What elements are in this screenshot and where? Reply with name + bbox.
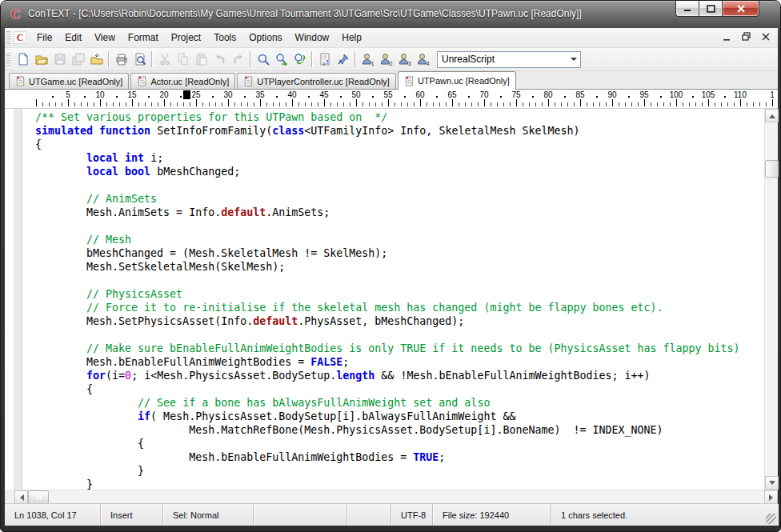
svg-text:1: 1 xyxy=(370,60,374,66)
open-file-icon xyxy=(35,53,48,66)
code-line: // AnimSets xyxy=(35,193,764,206)
user-command-2-button[interactable]: 2 xyxy=(377,50,395,69)
menu-view[interactable]: View xyxy=(88,30,122,46)
scroll-left-button[interactable] xyxy=(14,490,28,504)
toolbar-separator xyxy=(354,51,356,67)
user-command-1-icon: 1 xyxy=(362,53,374,66)
ruler-number: 10 xyxy=(95,90,104,99)
tab-actor[interactable]: Actor.uc [ReadOnly] xyxy=(130,73,235,89)
ruler-dot xyxy=(180,96,182,98)
mdi-restore-icon xyxy=(741,31,752,42)
tab-bar: UTGame.uc [ReadOnly]Actor.uc [ReadOnly]U… xyxy=(5,71,778,90)
mdi-restore-button[interactable] xyxy=(741,31,752,42)
replace-button[interactable] xyxy=(290,50,309,69)
tab-utplayercontroller[interactable]: UTPlayerController.uc [ReadOnly] xyxy=(237,73,396,89)
ruler-number: 50 xyxy=(351,90,360,99)
find-button[interactable] xyxy=(254,50,272,69)
code-line: } xyxy=(35,465,764,478)
menu-options[interactable]: Options xyxy=(242,30,288,46)
user-command-1-button[interactable]: 1 xyxy=(358,50,377,69)
paste-button xyxy=(192,50,210,69)
find-next-button[interactable] xyxy=(272,50,290,69)
resize-grip[interactable] xyxy=(766,514,776,524)
ruler-dot xyxy=(276,96,278,98)
horizontal-scroll-thumb[interactable] xyxy=(28,490,49,504)
code-line: Mesh.bEnableFullAnimWeightBodies = TRUE; xyxy=(35,451,764,465)
ruler-number: 85 xyxy=(575,90,584,99)
tab-utgame[interactable]: UTGame.uc [ReadOnly] xyxy=(9,73,129,89)
vertical-scrollbar[interactable] xyxy=(764,109,778,490)
menu-window[interactable]: Window xyxy=(289,30,336,46)
code-content[interactable]: /** Set various properties for this UTPa… xyxy=(22,109,764,490)
ruler-dot xyxy=(436,96,438,98)
open-file-button[interactable] xyxy=(32,50,50,69)
minimize-button[interactable] xyxy=(675,1,699,17)
gutter xyxy=(14,109,22,490)
menu-tools[interactable]: Tools xyxy=(207,30,242,46)
save-file-icon xyxy=(54,53,66,66)
ruler-dot xyxy=(596,96,598,98)
close-button[interactable] xyxy=(723,1,759,17)
user-command-3-button[interactable]: 3 xyxy=(395,50,414,69)
ruler-number: 35 xyxy=(255,90,264,99)
scroll-right-button[interactable] xyxy=(764,490,778,504)
tab-utpawn[interactable]: UTPawn.uc [ReadOnly] xyxy=(398,71,516,90)
code-line: // Force it to re-initialise if the skel… xyxy=(35,302,764,315)
editor-left-space xyxy=(5,109,14,490)
mdi-minimize-button[interactable] xyxy=(722,31,733,42)
user-command-2-icon: 2 xyxy=(380,53,393,66)
code-line: // PhysicsAsset xyxy=(35,288,764,302)
ruler-number: 60 xyxy=(415,90,424,99)
scroll-up-button[interactable] xyxy=(765,109,779,122)
copy-icon xyxy=(177,53,190,66)
file-icon xyxy=(137,76,147,86)
user-command-4-icon: 4 xyxy=(417,53,430,66)
redo-button xyxy=(229,50,247,69)
code-line xyxy=(35,220,764,234)
vertical-scroll-thumb[interactable] xyxy=(765,160,779,178)
menubar-grip[interactable] xyxy=(6,30,10,45)
menu-format[interactable]: Format xyxy=(122,30,165,46)
user-command-4-button[interactable]: 4 xyxy=(414,50,432,69)
ruler-number: 55 xyxy=(383,90,392,99)
code-line: for(i=0; i<Mesh.PhysicsAsset.BodySetup.l… xyxy=(35,370,764,383)
mdi-close-button[interactable] xyxy=(760,31,771,42)
menu-project[interactable]: Project xyxy=(165,30,207,46)
menu-help[interactable]: Help xyxy=(335,30,368,46)
ruler-dot xyxy=(660,96,662,98)
ruler-dot xyxy=(148,96,150,98)
app-logo-icon: C xyxy=(9,7,23,22)
code-line: { xyxy=(35,383,764,397)
print-preview-button[interactable] xyxy=(130,50,149,69)
bookmark-pin-button[interactable] xyxy=(334,50,352,69)
insert-template-button[interactable] xyxy=(315,50,334,69)
ruler-dot xyxy=(116,96,118,98)
ruler-dot xyxy=(308,96,310,98)
toolbar-separator xyxy=(151,51,153,67)
new-file-button[interactable] xyxy=(14,50,32,69)
ruler-ticks-major xyxy=(36,99,778,106)
maximize-button[interactable] xyxy=(699,1,723,17)
menu-bar-items: FileEditViewFormatProjectToolsOptionsWin… xyxy=(30,30,368,46)
close-file-button[interactable] xyxy=(87,50,106,69)
toolbar-grip[interactable] xyxy=(6,52,10,66)
horizontal-scrollbar[interactable] xyxy=(14,490,778,503)
scroll-down-button[interactable] xyxy=(765,476,779,490)
save-file-button xyxy=(50,50,69,69)
code-line: Mesh.MatchRefBone(Mesh.PhysicsAsset.Body… xyxy=(35,424,764,438)
language-selector[interactable]: UnrealScript xyxy=(437,51,581,68)
undo-button xyxy=(210,50,229,69)
print-button[interactable] xyxy=(112,50,130,69)
menu-file[interactable]: File xyxy=(30,30,58,46)
ruler-dot xyxy=(340,96,342,98)
ruler-dot xyxy=(84,96,86,98)
close-icon xyxy=(736,5,745,13)
title-bar[interactable]: C ConTEXT - [C:\Users\Robin\Documents\My… xyxy=(1,1,780,28)
toolbar-separator xyxy=(311,51,313,67)
chevron-down-icon[interactable] xyxy=(567,52,580,67)
minimize-icon xyxy=(683,5,691,12)
ruler-number: 15 xyxy=(127,90,136,99)
menu-edit[interactable]: Edit xyxy=(58,30,88,46)
code-line: local int i; xyxy=(35,152,764,166)
ruler-number: 110 xyxy=(734,90,747,99)
